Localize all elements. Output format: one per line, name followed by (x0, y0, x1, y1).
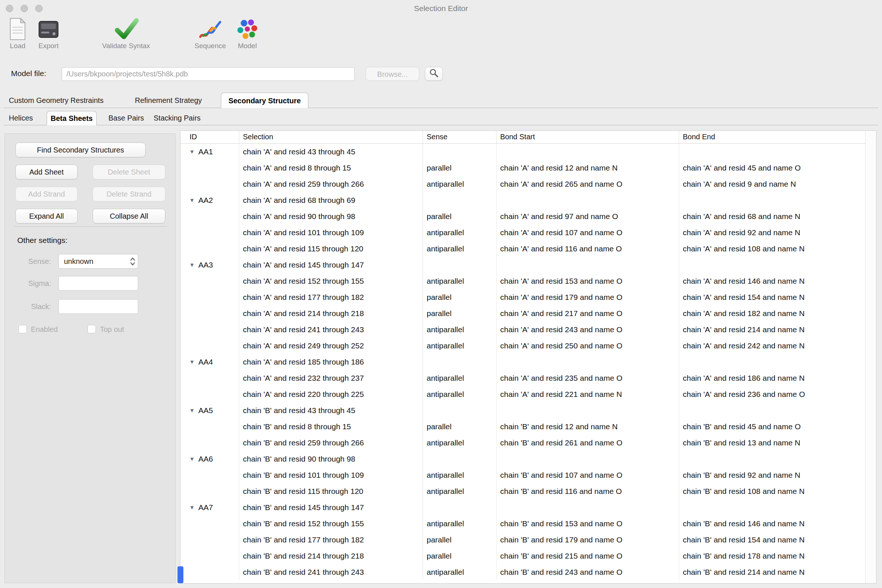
sheet-row[interactable]: ▼AA2chain 'A' and resid 68 through 69 (180, 192, 876, 208)
bond-start-cell: chain 'B' and resid 116 and name O (496, 483, 679, 500)
strand-row[interactable]: chain 'A' and resid 214 through 218paral… (180, 305, 876, 322)
selection-cell: chain 'A' and resid 214 through 218 (239, 305, 423, 322)
disclosure-triangle-icon[interactable]: ▼ (189, 192, 195, 208)
strand-row[interactable]: chain 'A' and resid 249 through 252antip… (180, 338, 876, 354)
strand-row[interactable]: chain 'A' and resid 241 through 243antip… (180, 322, 876, 338)
strand-row[interactable]: chain 'A' and resid 90 through 98paralle… (180, 208, 876, 225)
subtab-base-pairs[interactable]: Base Pairs (108, 111, 144, 125)
find-secondary-structures-button[interactable]: Find Secondary Structures (15, 142, 146, 157)
subtab-stacking-pairs[interactable]: Stacking Pairs (154, 111, 201, 125)
stepper-arrows-icon[interactable] (129, 256, 136, 268)
tab-custom-geometry-restraints[interactable]: Custom Geometry Restraints (9, 93, 104, 108)
selection-cell: chain 'B' and resid 241 through 243 (239, 564, 423, 580)
search-button[interactable] (425, 67, 443, 81)
subtab-helices[interactable]: Helices (9, 111, 33, 125)
sense-cell (423, 500, 496, 516)
window-title: Selection Editor (0, 0, 882, 17)
strand-row[interactable]: chain 'B' and resid 115 through 120antip… (180, 483, 876, 500)
scroll-indicator[interactable] (177, 566, 183, 583)
enabled-label: Enabled (31, 324, 58, 335)
selection-cell: chain 'B' and resid 152 through 155 (239, 516, 423, 532)
sense-dropdown[interactable]: unknown (58, 254, 138, 268)
selection-cell: chain 'B' and resid 101 through 109 (239, 467, 423, 483)
sense-label: Sense: (16, 254, 51, 268)
export-button[interactable]: Export (35, 17, 62, 50)
delete-sheet-button[interactable]: Delete Sheet (93, 165, 165, 179)
selection-cell: chain 'B' and resid 115 through 120 (239, 483, 423, 500)
expand-all-button[interactable]: Expand All (15, 209, 78, 224)
bond-start-cell: chain 'B' and resid 215 and name O (496, 548, 679, 564)
bond-start-cell: chain 'A' and resid 116 and name O (496, 241, 679, 257)
strand-row[interactable]: chain 'B' and resid 152 through 155antip… (180, 516, 876, 532)
model-file-input[interactable] (62, 67, 355, 81)
collapse-all-button[interactable]: Collapse All (93, 209, 165, 224)
strand-row[interactable]: chain 'B' and resid 101 through 109antip… (180, 467, 876, 483)
sequence-button[interactable]: Sequence (188, 17, 233, 50)
strand-row[interactable]: chain 'A' and resid 232 through 237antip… (180, 370, 876, 386)
model-button[interactable]: Model (231, 17, 263, 50)
strand-row[interactable]: chain 'B' and resid 241 through 243antip… (180, 564, 876, 580)
id-cell (180, 305, 239, 322)
column-header-id[interactable]: ID (180, 131, 239, 143)
bond-end-cell: chain 'B' and resid 92 and name N (679, 467, 865, 483)
selection-cell: chain 'B' and resid 43 through 45 (239, 402, 423, 418)
id-cell (180, 208, 239, 225)
slack-input[interactable] (58, 299, 138, 314)
vertical-scrollbar[interactable] (865, 131, 876, 583)
strand-row[interactable]: chain 'B' and resid 177 through 182paral… (180, 532, 876, 548)
sense-cell (423, 144, 496, 160)
sense-cell: antiparallel (423, 516, 496, 532)
sheet-row[interactable]: ▼AA3chain 'A' and resid 145 through 147 (180, 257, 876, 273)
validate-syntax-button[interactable]: Validate Syntax (95, 17, 157, 50)
enabled-checkbox[interactable] (18, 325, 27, 333)
strand-row[interactable]: chain 'A' and resid 177 through 182paral… (180, 289, 876, 305)
delete-strand-button[interactable]: Delete Strand (93, 187, 165, 201)
bond-end-cell (679, 402, 865, 418)
table-header: ID Selection Sense Bond Start Bond End (180, 131, 876, 144)
disclosure-triangle-icon[interactable]: ▼ (189, 354, 195, 370)
sheet-row[interactable]: ▼AA7chain 'B' and resid 145 through 147 (180, 500, 876, 516)
tab-secondary-structure[interactable]: Secondary Structure (221, 93, 308, 108)
add-sheet-button[interactable]: Add Sheet (15, 165, 78, 179)
sense-cell: parallel (423, 548, 496, 564)
strand-row[interactable]: chain 'A' and resid 152 through 155antip… (180, 273, 876, 289)
strand-row[interactable]: chain 'A' and resid 220 through 225antip… (180, 386, 876, 402)
column-header-bond-end[interactable]: Bond End (679, 131, 865, 143)
load-button[interactable]: Load (6, 17, 29, 50)
strand-row[interactable]: chain 'A' and resid 259 through 266antip… (180, 176, 876, 192)
strand-row[interactable]: chain 'B' and resid 8 through 15parallel… (180, 418, 876, 435)
strand-row[interactable]: chain 'B' and resid 259 through 266antip… (180, 435, 876, 451)
sub-tab-divider (4, 125, 878, 125)
subtab-beta-sheets[interactable]: Beta Sheets (46, 111, 97, 125)
disclosure-triangle-icon[interactable]: ▼ (189, 402, 195, 418)
selection-cell: chain 'B' and resid 90 through 98 (239, 451, 423, 467)
disclosure-triangle-icon[interactable]: ▼ (189, 500, 195, 516)
disclosure-triangle-icon[interactable]: ▼ (189, 144, 195, 160)
add-strand-button[interactable]: Add Strand (15, 187, 78, 201)
bond-end-cell: chain 'A' and resid 182 and name N (679, 305, 865, 322)
tab-refinement-strategy[interactable]: Refinement Strategy (135, 93, 202, 108)
id-cell (180, 225, 239, 241)
sigma-input[interactable] (58, 276, 138, 291)
sheet-row[interactable]: ▼AA5chain 'B' and resid 43 through 45 (180, 402, 876, 418)
top-out-checkbox[interactable] (87, 325, 96, 333)
bond-start-cell: chain 'A' and resid 250 and name O (496, 338, 679, 354)
bond-start-cell: chain 'A' and resid 217 and name O (496, 305, 679, 322)
sheet-row[interactable]: ▼AA4chain 'A' and resid 185 through 186 (180, 354, 876, 370)
browse-button[interactable]: Browse... (366, 67, 419, 81)
strand-row[interactable]: chain 'A' and resid 101 through 109antip… (180, 225, 876, 241)
column-header-sense[interactable]: Sense (423, 131, 496, 143)
column-header-bond-start[interactable]: Bond Start (496, 131, 679, 143)
strand-row[interactable]: chain 'A' and resid 115 through 120antip… (180, 241, 876, 257)
disclosure-triangle-icon[interactable]: ▼ (189, 451, 195, 467)
strand-row[interactable]: chain 'B' and resid 214 through 218paral… (180, 548, 876, 564)
disclosure-triangle-icon[interactable]: ▼ (189, 257, 195, 273)
bond-start-cell: chain 'A' and resid 153 and name O (496, 273, 679, 289)
strand-row[interactable]: chain 'A' and resid 8 through 15parallel… (180, 160, 876, 176)
id-cell: ▼AA7 (180, 500, 239, 516)
bond-end-cell: chain 'B' and resid 108 and name N (679, 483, 865, 500)
sheet-row[interactable]: ▼AA1chain 'A' and resid 43 through 45 (180, 144, 876, 160)
sheet-row[interactable]: ▼AA6chain 'B' and resid 90 through 98 (180, 451, 876, 467)
sense-cell: antiparallel (423, 483, 496, 500)
column-header-selection[interactable]: Selection (239, 131, 423, 143)
